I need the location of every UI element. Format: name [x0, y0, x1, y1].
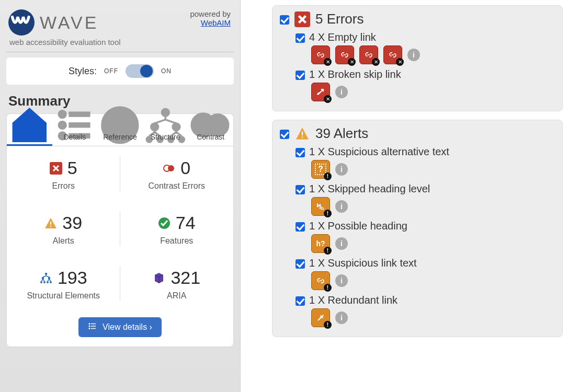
view-details-button[interactable]: View details › — [78, 317, 162, 337]
tab-structure[interactable]: Structure — [143, 114, 188, 146]
info-icon[interactable]: i — [335, 274, 348, 287]
stat-value: 5 — [67, 158, 77, 178]
info-icon[interactable]: i — [335, 86, 348, 98]
stat-structural[interactable]: 193 Structural Elements — [7, 256, 120, 311]
info-icon[interactable]: i — [335, 312, 348, 324]
wave-logo-icon — [8, 9, 35, 36]
svg-point-31 — [89, 323, 90, 325]
svg-rect-36 — [91, 328, 96, 329]
errors-checkbox[interactable] — [280, 15, 289, 25]
empty-link-thumb[interactable] — [359, 45, 378, 64]
aria-icon — [153, 272, 165, 284]
svg-rect-22 — [50, 226, 51, 227]
tab-summary[interactable]: Summary — [7, 114, 52, 146]
susp-link-checkbox[interactable] — [296, 259, 305, 269]
error-icon — [50, 162, 62, 175]
alert-icon — [294, 126, 310, 142]
tab-reference[interactable]: Reference — [97, 114, 143, 146]
susp-link-thumb[interactable] — [311, 271, 330, 290]
contrast-icon — [189, 119, 232, 131]
stat-label: Alerts — [12, 236, 115, 246]
group-heading: 5 Errors — [315, 11, 363, 27]
stat-contrast[interactable]: 0 Contrast Errors — [120, 146, 234, 201]
thumb-glyph: h? — [316, 239, 325, 248]
susp-alt-checkbox[interactable] — [296, 148, 305, 157]
possible-heading-checkbox[interactable] — [296, 222, 305, 232]
category-label: 4 X Empty link — [309, 31, 376, 43]
svg-rect-37 — [302, 131, 303, 135]
svg-rect-38 — [302, 136, 303, 137]
tabs: Summary Details Reference Structure Cont… — [7, 114, 233, 146]
powered-by-label: powered by — [190, 9, 231, 18]
svg-point-30 — [50, 281, 52, 283]
svg-point-26 — [48, 276, 51, 279]
svg-rect-1 — [70, 112, 89, 116]
svg-point-24 — [45, 272, 48, 275]
list-icon — [53, 119, 97, 131]
summary-panel: Summary Details Reference Structure Cont… — [6, 113, 234, 347]
svg-point-33 — [89, 326, 90, 327]
structure-icon — [40, 272, 52, 284]
empty-link-thumb[interactable] — [383, 45, 402, 64]
styles-off-label: OFF — [104, 67, 118, 75]
susp-alt-thumb[interactable]: ? — [311, 160, 330, 179]
stat-label: Structural Elements — [12, 291, 115, 301]
stat-errors[interactable]: 5 Errors — [7, 146, 120, 201]
tab-label: Summary — [8, 133, 51, 141]
group-heading: 39 Alerts — [315, 125, 368, 142]
tab-contrast[interactable]: Contrast — [188, 114, 233, 146]
svg-point-10 — [151, 123, 158, 131]
tab-details[interactable]: Details — [52, 114, 98, 146]
redundant-link-checkbox[interactable] — [296, 296, 305, 306]
summary-grid: 5 Errors 0 Contrast Errors 39 Alerts — [7, 146, 233, 311]
info-icon[interactable]: i — [407, 49, 420, 61]
category-label: 1 X Suspicious link text — [309, 257, 417, 269]
svg-point-27 — [40, 281, 42, 283]
svg-point-9 — [162, 109, 169, 116]
stat-value: 0 — [180, 158, 190, 178]
svg-rect-21 — [50, 222, 51, 225]
svg-point-2 — [59, 121, 66, 129]
possible-heading-thumb[interactable]: h? — [311, 234, 330, 253]
button-label: View details › — [103, 322, 152, 332]
svg-text:h: h — [321, 206, 324, 211]
svg-point-28 — [43, 281, 46, 283]
skipped-heading-checkbox[interactable] — [296, 185, 305, 194]
home-icon — [8, 119, 51, 131]
svg-point-35 — [89, 328, 90, 329]
category-label: 1 X Suspicious alternative text — [309, 146, 449, 158]
empty-link-thumb[interactable] — [335, 45, 354, 64]
wave-sidebar: WAVE powered by WebAIM web accessibility… — [0, 0, 241, 392]
category-label: 1 X Possible heading — [309, 220, 407, 232]
tab-label: Reference — [98, 133, 142, 141]
broken-skip-checkbox[interactable] — [296, 71, 305, 80]
alert-icon — [44, 217, 57, 229]
contrast-error-icon — [163, 162, 175, 175]
redundant-link-thumb[interactable] — [311, 308, 330, 327]
alerts-group: 39 Alerts 1 X Suspicious alternative tex… — [272, 120, 563, 337]
stat-value: 193 — [58, 268, 87, 288]
info-icon[interactable]: i — [335, 200, 348, 213]
svg-rect-34 — [91, 326, 96, 327]
empty-link-thumb[interactable] — [311, 45, 330, 64]
tree-icon — [144, 119, 187, 131]
stat-label: ARIA — [126, 291, 229, 301]
webaim-link[interactable]: WebAIM — [201, 18, 231, 27]
stat-features[interactable]: 74 Features — [120, 201, 234, 256]
info-icon[interactable]: i — [335, 237, 348, 250]
errors-group: 5 Errors 4 X Empty link i 1 X Broken ski… — [272, 5, 563, 111]
svg-rect-32 — [91, 324, 96, 325]
styles-toggle[interactable] — [126, 64, 154, 78]
broken-skip-thumb[interactable] — [311, 83, 330, 101]
svg-point-11 — [173, 123, 180, 131]
empty-link-checkbox[interactable] — [296, 33, 305, 43]
category-label: 1 X Skipped heading level — [309, 183, 430, 195]
svg-rect-3 — [70, 123, 89, 127]
info-icon[interactable]: i — [335, 163, 348, 176]
list-icon — [88, 321, 97, 333]
stat-label: Errors — [12, 181, 115, 191]
skipped-heading-thumb[interactable]: h — [311, 197, 330, 216]
stat-alerts[interactable]: 39 Alerts — [7, 201, 120, 256]
stat-aria[interactable]: 321 ARIA — [120, 256, 234, 311]
alerts-checkbox[interactable] — [280, 130, 289, 139]
